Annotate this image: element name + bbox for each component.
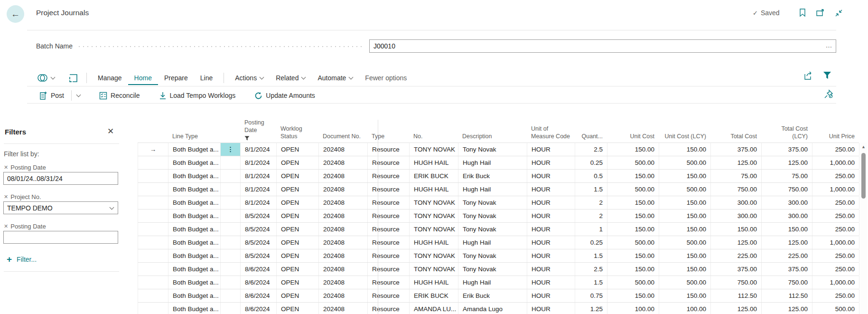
row-menu-cell[interactable] [221, 183, 241, 196]
cell-description[interactable]: Erik Buck [458, 170, 527, 182]
remove-filter-icon[interactable]: ✕ [4, 194, 8, 200]
cell-quantity[interactable]: 0.75 [575, 289, 607, 302]
cell-no[interactable]: TONY NOVAK [410, 143, 458, 156]
column-header-menu[interactable] [220, 119, 240, 143]
view-switcher-button[interactable] [65, 71, 82, 85]
cell-no[interactable]: ERIK BUCK [410, 170, 458, 182]
row-menu-cell[interactable] [221, 156, 241, 169]
cell-uom[interactable]: HOUR [527, 263, 575, 276]
cell-quantity[interactable]: 2.5 [575, 143, 607, 156]
cell-description[interactable]: Tony Novak [458, 249, 527, 262]
cell-description[interactable]: Tony Novak [458, 223, 527, 236]
cell-type[interactable]: Resource [368, 196, 410, 209]
cell-unit_cost[interactable]: 150.00 [607, 263, 659, 276]
cell-no[interactable]: TONY NOVAK [410, 196, 458, 209]
row-context-menu-icon[interactable]: ⋮ [221, 143, 241, 156]
cell-type[interactable]: Resource [368, 170, 410, 182]
cell-quantity[interactable]: 1 [575, 223, 607, 236]
row-menu-cell[interactable] [221, 196, 241, 209]
row-menu-cell[interactable] [221, 209, 241, 222]
cell-uom[interactable]: HOUR [527, 196, 575, 209]
cell-line_type[interactable]: Both Budget a... [168, 196, 221, 209]
cell-unit_cost[interactable]: 150.00 [607, 289, 659, 302]
active-row-arrow[interactable]: → [138, 143, 168, 156]
cell-uom[interactable]: HOUR [527, 209, 575, 222]
update-amounts-button[interactable]: Update Amounts [248, 88, 321, 103]
back-button[interactable]: ← [7, 5, 24, 23]
cell-document_no[interactable]: 202408 [319, 303, 368, 314]
cell-total_cost_lcy[interactable]: 125.00 [762, 236, 812, 249]
tab-line[interactable]: Line [194, 71, 219, 85]
cell-quantity[interactable]: 0.25 [575, 156, 607, 169]
column-header-description[interactable]: Description [458, 119, 527, 143]
load-tempo-worklogs-button[interactable]: Load Tempo Worklogs [153, 88, 242, 103]
cell-worklog_status[interactable]: OPEN [277, 303, 319, 314]
cell-quantity[interactable]: 1.25 [575, 303, 607, 314]
cell-document_no[interactable]: 202408 [319, 183, 368, 196]
cell-unit_cost_lcy[interactable]: 150.00 [659, 143, 711, 156]
cell-total_cost[interactable]: 125.00 [711, 303, 762, 314]
cell-unit_cost_lcy[interactable]: 150.00 [659, 249, 711, 262]
cell-posting_date[interactable]: 8/6/2024 [241, 289, 277, 302]
cell-no[interactable]: TONY NOVAK [410, 223, 458, 236]
cell-total_cost[interactable]: 225.00 [711, 249, 762, 262]
cell-unit_cost_lcy[interactable]: 150.00 [659, 209, 711, 222]
analysis-mode-button[interactable] [33, 71, 58, 85]
cell-total_cost[interactable]: 750.00 [711, 276, 762, 289]
cell-total_cost[interactable]: 125.00 [711, 156, 762, 169]
cell-uom[interactable]: HOUR [527, 276, 575, 289]
cell-unit_price[interactable]: 250.00 [812, 289, 859, 302]
filter-funnel-icon[interactable] [823, 71, 833, 82]
cell-total_cost_lcy[interactable]: 375.00 [762, 263, 812, 276]
menu-automate[interactable]: Automate [311, 71, 359, 85]
cell-document_no[interactable]: 202408 [319, 236, 368, 249]
cell-type[interactable]: Resource [368, 143, 410, 156]
table-row[interactable]: Both Budget a...8/1/2024OPEN202408Resour… [138, 170, 859, 183]
cell-total_cost_lcy[interactable]: 750.00 [762, 276, 812, 289]
cell-total_cost_lcy[interactable]: 225.00 [762, 249, 812, 262]
cell-document_no[interactable]: 202408 [319, 223, 368, 236]
cell-posting_date[interactable]: 8/5/2024 [241, 236, 277, 249]
cell-uom[interactable]: HOUR [527, 170, 575, 182]
cell-total_cost_lcy[interactable]: 112.50 [762, 289, 812, 302]
table-row[interactable]: Both Budget a...8/1/2024OPEN202408Resour… [138, 183, 859, 196]
cell-document_no[interactable]: 202408 [319, 289, 368, 302]
row-menu-cell[interactable] [221, 276, 241, 289]
row-menu-cell[interactable] [221, 303, 241, 314]
table-row[interactable]: Both Budget a...8/5/2024OPEN202408Resour… [138, 223, 859, 236]
cell-unit_price[interactable]: 250.00 [812, 249, 859, 262]
table-row[interactable]: Both Budget a...8/5/2024OPEN202408Resour… [138, 249, 859, 263]
cell-posting_date[interactable]: 8/6/2024 [241, 276, 277, 289]
reconcile-button[interactable]: Reconcile [93, 88, 146, 103]
cell-document_no[interactable]: 202408 [319, 249, 368, 262]
cell-description[interactable]: Tony Novak [458, 143, 527, 156]
column-header-type[interactable]: Type [367, 119, 409, 143]
cell-no[interactable]: HUGH HAIL [410, 183, 458, 196]
vertical-scrollbar[interactable]: ▲ [860, 143, 867, 314]
cell-type[interactable]: Resource [368, 223, 410, 236]
cell-unit_price[interactable]: 250.00 [812, 143, 859, 156]
cell-description[interactable]: Tony Novak [458, 196, 527, 209]
cell-quantity[interactable]: 2 [575, 196, 607, 209]
row-selector[interactable] [138, 276, 168, 289]
cell-no[interactable]: ERIK BUCK [410, 289, 458, 302]
column-header-line_type[interactable]: Line Type [168, 119, 220, 143]
cell-total_cost[interactable]: 112.50 [711, 289, 762, 302]
cell-description[interactable]: Hugh Hail [458, 183, 527, 196]
cell-line_type[interactable]: Both Budget a... [168, 223, 221, 236]
table-row[interactable]: Both Budget a...8/1/2024OPEN202408Resour… [138, 156, 859, 170]
cell-unit_price[interactable]: 250.00 [812, 209, 859, 222]
cell-total_cost_lcy[interactable]: 150.00 [762, 223, 812, 236]
cell-worklog_status[interactable]: OPEN [277, 183, 319, 196]
cell-document_no[interactable]: 202408 [319, 156, 368, 169]
cell-total_cost_lcy[interactable]: 75.00 [762, 170, 812, 182]
cell-no[interactable]: HUGH HAIL [410, 236, 458, 249]
cell-document_no[interactable]: 202408 [319, 196, 368, 209]
cell-unit_cost[interactable]: 150.00 [607, 249, 659, 262]
remove-filter-icon[interactable]: ✕ [4, 223, 8, 229]
cell-posting_date[interactable]: 8/1/2024 [241, 156, 277, 169]
row-selector[interactable] [138, 303, 168, 314]
cell-unit_cost[interactable]: 150.00 [607, 170, 659, 182]
column-header-total_cost[interactable]: Total Cost [710, 119, 761, 143]
cell-quantity[interactable]: 1.5 [575, 276, 607, 289]
